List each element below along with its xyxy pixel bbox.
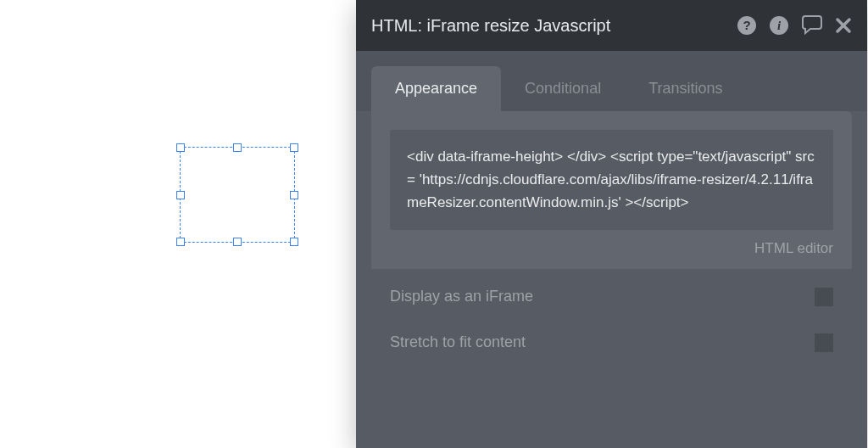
help-icon[interactable]: ? <box>737 15 757 36</box>
checkbox-stretch-to-fit[interactable] <box>815 333 833 352</box>
panel-title: HTML: iFrame resize Javascript <box>371 16 610 36</box>
close-icon[interactable] <box>835 17 852 34</box>
html-code-input[interactable]: <div data-iframe-height> </div> <script … <box>390 130 833 230</box>
selected-html-element[interactable] <box>180 147 295 243</box>
tab-appearance[interactable]: Appearance <box>371 66 501 111</box>
tab-transitions[interactable]: Transitions <box>625 66 746 111</box>
resize-handle-top-center[interactable] <box>233 143 242 152</box>
resize-handle-bottom-right[interactable] <box>290 238 298 246</box>
comment-icon[interactable] <box>801 15 823 36</box>
checkbox-display-as-iframe[interactable] <box>815 288 833 306</box>
resize-handle-middle-right[interactable] <box>290 191 298 199</box>
property-tabs: Appearance Conditional Transitions <box>356 51 867 111</box>
resize-handle-bottom-left[interactable] <box>176 238 185 246</box>
option-label-display-as-iframe: Display as an iFrame <box>390 288 533 305</box>
option-display-as-iframe: Display as an iFrame <box>356 274 867 320</box>
tab-content-appearance: <div data-iframe-height> </div> <script … <box>371 111 852 269</box>
resize-handle-top-right[interactable] <box>290 143 298 152</box>
option-label-stretch-to-fit: Stretch to fit content <box>390 333 526 351</box>
info-icon[interactable]: i <box>769 15 789 36</box>
html-editor-link[interactable]: HTML editor <box>754 240 833 257</box>
panel-header: HTML: iFrame resize Javascript ? i <box>356 0 867 51</box>
resize-handle-bottom-center[interactable] <box>233 238 242 246</box>
option-stretch-to-fit: Stretch to fit content <box>356 320 867 366</box>
appearance-options: Display as an iFrame Stretch to fit cont… <box>356 269 867 366</box>
panel-header-icons: ? i <box>737 15 852 36</box>
svg-text:?: ? <box>743 18 750 32</box>
resize-handle-top-left[interactable] <box>176 143 185 152</box>
resize-handle-middle-left[interactable] <box>176 191 185 199</box>
property-panel: HTML: iFrame resize Javascript ? i Appea… <box>356 0 867 448</box>
canvas-area[interactable] <box>0 0 356 448</box>
tab-conditional[interactable]: Conditional <box>501 66 625 111</box>
